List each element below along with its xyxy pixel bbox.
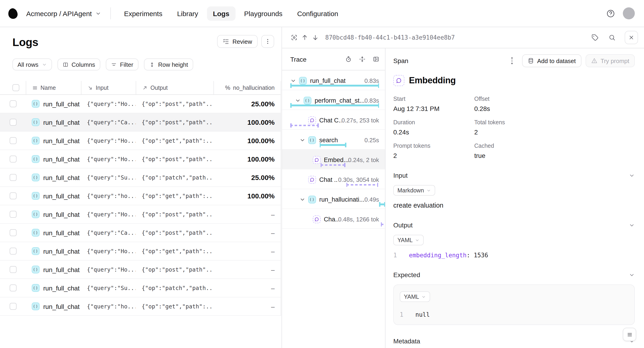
tab-experiments[interactable]: Experiments: [118, 6, 168, 21]
avatar[interactable]: [623, 7, 635, 19]
tab-playgrounds[interactable]: Playgrounds: [238, 6, 288, 21]
column-header-input[interactable]: Input: [81, 81, 136, 94]
table-row[interactable]: ()run_full_chat {"query":"Ca... {"op":"p…: [0, 113, 280, 132]
help-icon[interactable]: [606, 9, 615, 18]
trace-span-row[interactable]: Chat C... 0.27s, 253 tok: [282, 110, 385, 130]
prev-row-icon[interactable]: [300, 32, 310, 43]
column-header-score[interactable]: % no_hallucination: [214, 81, 280, 94]
tab-library[interactable]: Library: [171, 6, 204, 21]
table-row[interactable]: ()run_full_chat {"query":"Ho... {"op":"g…: [0, 242, 280, 260]
review-button[interactable]: Review: [217, 35, 258, 48]
row-checkbox[interactable]: [10, 211, 16, 218]
table-row[interactable]: ()run_full_chat {"query":"Ho... {"op":"p…: [0, 150, 280, 168]
add-to-dataset-label: Add to dataset: [537, 57, 576, 64]
function-icon: (): [32, 229, 40, 237]
close-button[interactable]: [625, 31, 638, 44]
output-format-select[interactable]: YAML: [393, 235, 424, 245]
trace-span-row[interactable]: () run_hallucinati... 0.49s: [282, 189, 385, 209]
chevron-down-icon[interactable]: [290, 78, 296, 84]
function-icon: (): [32, 155, 40, 163]
tab-configuration[interactable]: Configuration: [291, 6, 344, 21]
row-name: run_full_chat: [43, 119, 80, 126]
row-checkbox[interactable]: [10, 156, 16, 163]
percent-icon: %: [225, 85, 230, 91]
row-input: {"query":"Su...: [81, 285, 136, 291]
trace-span-row[interactable]: Cha... 0.48s, 1266 tok: [282, 209, 385, 229]
timing-icon[interactable]: [345, 56, 352, 63]
row-checkbox[interactable]: [10, 266, 16, 273]
table-row[interactable]: ()run_full_chat {"query":"ho... {"op":"g…: [0, 187, 280, 205]
columns-button[interactable]: Columns: [57, 59, 100, 71]
table-row[interactable]: ()run_full_chat {"query":"ho... {"op":"g…: [0, 297, 280, 316]
row-checkbox[interactable]: [10, 303, 16, 310]
column-header-name[interactable]: Name: [26, 81, 81, 94]
llm-chat-icon: [393, 75, 404, 86]
row-output: {"op":"get","path":...: [136, 137, 214, 144]
resize-vertical-icon[interactable]: [506, 56, 518, 65]
next-row-icon[interactable]: [310, 32, 320, 43]
tab-logs[interactable]: Logs: [207, 6, 236, 21]
row-score: –: [214, 229, 280, 236]
expected-format-select[interactable]: YAML: [400, 291, 430, 302]
brand-logo-icon[interactable]: [8, 7, 18, 19]
chevron-down-icon[interactable]: [295, 97, 301, 103]
row-checkbox[interactable]: [10, 284, 16, 291]
rows-filter-button[interactable]: All rows: [12, 59, 52, 71]
row-checkbox[interactable]: [10, 137, 16, 144]
row-score: –: [214, 266, 280, 273]
focus-trace-icon[interactable]: [289, 32, 300, 43]
row-name: run_full_chat: [43, 303, 80, 310]
trace-span-row[interactable]: () perform_chat_st... 0.83s: [282, 90, 385, 110]
try-prompt-button[interactable]: Try prompt: [585, 54, 635, 67]
chevron-down-icon[interactable]: [300, 196, 306, 202]
output-code-line: 1 embedding_length : 1536: [393, 252, 635, 259]
try-prompt-label: Try prompt: [600, 57, 629, 64]
chevron-down-icon[interactable]: [629, 172, 635, 178]
row-checkbox[interactable]: [10, 192, 16, 199]
row-height-icon: [149, 62, 155, 68]
filter-button[interactable]: Filter: [106, 59, 138, 71]
span-title: Embedding: [409, 76, 456, 86]
trace-id: 870bcd48-fb40-44c1-b413-a3e9104ee8b7: [325, 34, 455, 41]
row-checkbox[interactable]: [10, 248, 16, 254]
trace-span-row[interactable]: Chat ... 0.30s, 3054 tok: [282, 169, 385, 189]
table-row[interactable]: ()run_full_chat {"query":"Ho... {"op":"g…: [0, 132, 280, 150]
trace-span-row[interactable]: () run_full_chat 0.83s: [282, 71, 385, 90]
row-height-button[interactable]: Row height: [144, 59, 193, 71]
text-lines-icon: [32, 85, 38, 91]
project-switcher[interactable]: Acmecorp / APIAgent: [26, 10, 101, 17]
more-options-button[interactable]: [261, 35, 274, 48]
select-all-checkbox[interactable]: [12, 84, 19, 91]
logs-table: Name Input Output % no_hallucination: [0, 81, 281, 316]
nav-tabs: Experiments Library Logs Playgrounds Con…: [118, 6, 344, 21]
table-row[interactable]: ()run_full_chat {"query":"Su... {"op":"p…: [0, 168, 280, 187]
trace-span-row[interactable]: () search 0.25s: [282, 130, 385, 150]
chevron-down-icon[interactable]: [629, 272, 635, 278]
chevron-down-icon[interactable]: [629, 222, 635, 228]
table-row[interactable]: ()run_full_chat {"query":"Ho... {"op":"p…: [0, 260, 280, 279]
collapse-panel-icon[interactable]: [372, 56, 380, 63]
span-metadata-grid: StartAug 12 7:31 PM Offset0.28s Duration…: [393, 96, 635, 159]
row-checkbox[interactable]: [10, 229, 16, 236]
row-checkbox[interactable]: [10, 119, 16, 126]
table-row[interactable]: ()run_full_chat {"query":"Ho... {"op":"p…: [0, 205, 280, 224]
row-checkbox[interactable]: [10, 174, 16, 181]
table-row[interactable]: ()run_full_chat {"query":"Su... {"op":"p…: [0, 279, 280, 297]
chevron-down-icon[interactable]: [300, 137, 306, 143]
collapse-all-icon[interactable]: [359, 56, 366, 63]
tag-icon[interactable]: [590, 32, 600, 43]
row-output: {"op":"get","path":...: [136, 303, 214, 309]
input-format-select[interactable]: Markdown: [393, 185, 435, 196]
toc-menu-button[interactable]: [623, 328, 636, 341]
column-header-output[interactable]: Output: [136, 81, 214, 94]
add-to-dataset-button[interactable]: Add to dataset: [522, 54, 582, 67]
span-name: run_full_chat: [310, 77, 346, 84]
field-label: Start: [393, 96, 474, 102]
search-icon[interactable]: [607, 32, 617, 43]
table-row[interactable]: ()run_full_chat {"query":"Ca... {"op":"p…: [0, 224, 280, 242]
row-checkbox[interactable]: [10, 100, 16, 107]
row-output: {"op":"patch","path...: [136, 285, 214, 291]
table-row[interactable]: ()run_full_chat {"query":"Ho... {"op":"p…: [0, 95, 280, 113]
span-panel-title: Span: [393, 57, 408, 65]
trace-span-row[interactable]: Embed... 0.24s, 2 tok: [282, 150, 385, 169]
